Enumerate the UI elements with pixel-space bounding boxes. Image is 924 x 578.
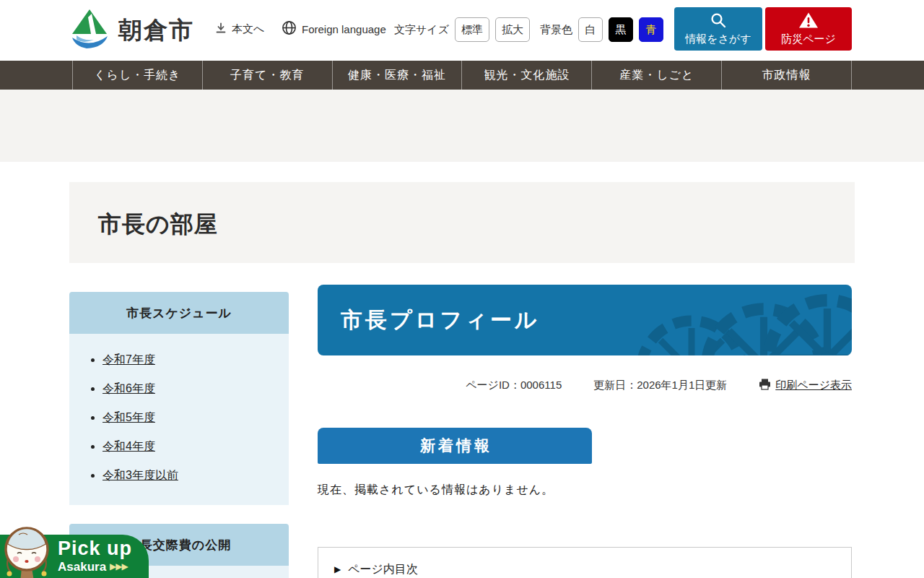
background-color-group: 背景色 白 黒 青 [540, 17, 663, 42]
sidebar-link[interactable]: 令和3年度以前 [103, 469, 178, 481]
bg-black-button[interactable]: 黒 [609, 17, 633, 42]
page-id: ページID：0006115 [466, 379, 562, 392]
sidebar-link[interactable]: 令和7年度 [103, 353, 155, 366]
nav-item[interactable]: 子育て・教育 [202, 61, 332, 90]
article-meta: ページID：0006115 更新日：2026年1月1日更新 印刷ページ表示 [318, 377, 852, 393]
font-size-normal-button[interactable]: 標準 [455, 17, 489, 42]
mascot-icon [1, 525, 52, 578]
sidebar-link[interactable]: 令和4年度 [103, 440, 155, 452]
warning-icon [798, 12, 819, 31]
sidebar-list-item: 令和4年度 [103, 439, 282, 454]
bg-blue-button[interactable]: 青 [639, 17, 663, 42]
page-title: 市長の部屋 [69, 182, 855, 241]
font-size-group: 文字サイズ 標準 拡大 [394, 17, 530, 42]
disaster-page-button[interactable]: 防災ページ [765, 7, 852, 51]
pickup-title: Pick up [58, 538, 132, 560]
sidebar-list-item: 令和5年度 [103, 410, 282, 426]
news-empty-text: 現在、掲載されている情報はありません。 [318, 483, 852, 498]
nav-item[interactable]: くらし・手続き [72, 61, 202, 90]
site-logo[interactable]: 朝倉市 [69, 8, 194, 53]
pickup-subtitle: Asakura [58, 561, 106, 574]
site-search-button[interactable]: 情報をさがす [674, 7, 762, 51]
updated-date: 更新日：2026年1月1日更新 [593, 379, 727, 392]
global-nav-list: くらし・手続き子育て・教育健康・医療・福祉観光・文化施設産業・しごと市政情報 [72, 61, 852, 90]
skip-to-content-link[interactable]: 本文へ [215, 22, 264, 36]
sidebar-section: 市長スケジュール令和7年度令和6年度令和5年度令和4年度令和3年度以前 [69, 292, 289, 505]
breadcrumb-area: 現在地 トップページ > 市長の部屋 足あと 市長プロフィール [0, 90, 924, 162]
search-icon [710, 12, 727, 31]
nav-item[interactable]: 市政情報 [721, 61, 852, 90]
article-title: 市長プロフィール [341, 306, 540, 335]
printer-icon [759, 379, 771, 392]
article-hero: 市長プロフィール [318, 285, 852, 355]
triangle-right-icon: ▶ [334, 562, 341, 574]
sidebar-link-list: 令和7年度令和6年度令和5年度令和4年度令和3年度以前 [69, 334, 289, 505]
page-toc-toggle[interactable]: ▶ ページ内目次 [318, 547, 852, 578]
news-heading: 新着情報 [318, 428, 592, 464]
sidebar-section-title: 市長スケジュール [69, 292, 289, 334]
global-nav: くらし・手続き子育て・教育健康・医療・福祉観光・文化施設産業・しごと市政情報 [0, 61, 924, 90]
pickup-asakura-banner[interactable]: Pick up Asakura ▶▶▶ [0, 535, 149, 578]
nav-item[interactable]: 産業・しごと [591, 61, 721, 90]
sidebar-list-item: 令和7年度 [103, 353, 282, 368]
toc-label: ページ内目次 [348, 562, 418, 577]
sidebar-link[interactable]: 令和5年度 [103, 411, 155, 423]
download-arrow-icon [215, 22, 227, 36]
foreign-language-link[interactable]: Foreign language [282, 20, 386, 38]
page-title-box: 市長の部屋 [69, 182, 855, 263]
nav-item[interactable]: 観光・文化施設 [461, 61, 591, 90]
sidebar-list-item: 令和3年度以前 [103, 468, 282, 483]
font-size-label: 文字サイズ [394, 23, 449, 37]
font-size-large-button[interactable]: 拡大 [495, 17, 530, 42]
main-content: 市長プロフィール [318, 285, 852, 578]
bg-white-button[interactable]: 白 [578, 17, 603, 42]
print-page-link[interactable]: 印刷ページ表示 [775, 379, 852, 392]
triple-arrow-icon: ▶▶▶ [110, 562, 128, 571]
globe-icon [282, 20, 297, 38]
sidebar-link[interactable]: 令和6年度 [103, 382, 155, 394]
city-logo-icon [69, 8, 110, 53]
site-header: 朝倉市 本文へ Foreign language 文字サイズ 標準 拡大 背景色… [0, 0, 924, 61]
background-color-label: 背景色 [540, 23, 572, 37]
water-wheels-icon [635, 285, 852, 355]
site-name: 朝倉市 [118, 14, 194, 47]
sidebar-list-item: 令和6年度 [103, 381, 282, 397]
nav-item[interactable]: 健康・医療・福祉 [332, 61, 462, 90]
